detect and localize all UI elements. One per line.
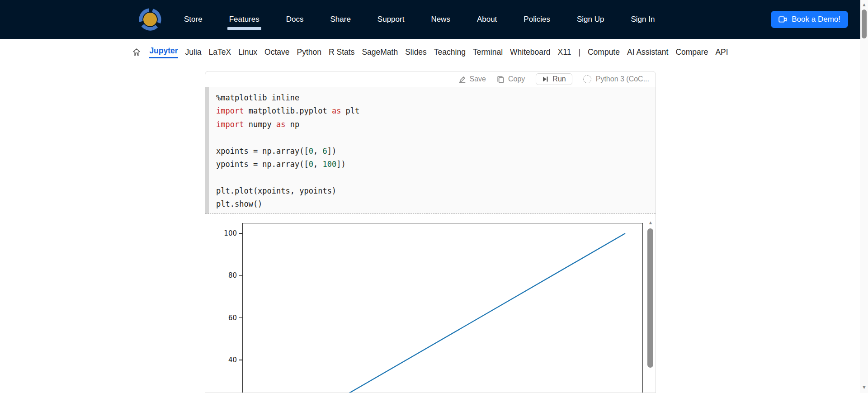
nav-item-policies[interactable]: Policies [524,15,550,24]
nav-item-features[interactable]: Features [229,15,259,24]
scroll-up-icon[interactable]: ▲ [860,2,868,7]
output-scrollbar-thumb[interactable] [647,228,653,368]
nav-item-signup[interactable]: Sign Up [577,15,604,24]
code-editor[interactable]: %matplotlib inlineimport matplotlib.pypl… [205,87,656,214]
page-scrollbar-thumb[interactable] [862,9,867,38]
page-scrollbar[interactable]: ▲ ▼ [860,0,868,393]
tab-python[interactable]: Python [297,47,321,57]
tab-latex[interactable]: LaTeX [209,47,231,57]
tab-terminal[interactable]: Terminal [473,47,503,57]
output-scrollbar[interactable]: ▲ [647,214,654,393]
tab-slides[interactable]: Slides [405,47,427,57]
code-block: %matplotlib inlineimport matplotlib.pypl… [216,91,646,211]
nav-item-store[interactable]: Store [184,15,203,24]
code-line [216,131,646,144]
feature-nav: Jupyter Julia LaTeX Linux Octave Python … [0,39,860,65]
tab-linux[interactable]: Linux [238,47,257,57]
run-label: Run [552,75,566,83]
tab-whiteboard[interactable]: Whiteboard [510,47,551,57]
code-line: ypoints = np.array([0, 100]) [216,158,646,171]
kernel-selector[interactable]: Python 3 (CoC... [583,75,649,83]
tab-ai-assistant[interactable]: AI Assistant [627,47,668,57]
run-button[interactable]: Run [536,73,572,85]
copy-button[interactable]: Copy [497,75,525,83]
code-line: plt.show() [216,198,646,211]
home-icon[interactable] [132,47,141,57]
editor-gutter [205,87,209,213]
code-line [216,171,646,184]
scroll-down-icon[interactable]: ▼ [860,384,868,390]
nav-item-docs[interactable]: Docs [286,15,304,24]
kernel-label: Python 3 (CoC... [596,75,649,83]
tab-teaching[interactable]: Teaching [434,47,466,57]
site-header: Store Features Docs Share Support News A… [0,0,860,39]
tab-r-stats[interactable]: R Stats [329,47,354,57]
book-demo-button[interactable]: Book a Demo! [771,11,848,28]
tab-julia[interactable]: Julia [185,47,202,57]
nav-item-support[interactable]: Support [377,15,405,24]
save-label: Save [470,75,486,83]
code-line: import matplotlib.pyplot as plt [216,104,646,118]
jupyter-kernel-icon [583,75,591,83]
copy-icon [497,76,505,83]
nav-item-share[interactable]: Share [330,15,350,24]
nav-separator: | [578,47,580,57]
code-line: %matplotlib inline [216,91,646,104]
book-demo-label: Book a Demo! [792,15,840,24]
video-camera-icon [778,16,787,23]
main-nav: Store Features Docs Share Support News A… [184,15,655,24]
code-line: plt.plot(xpoints, ypoints) [216,185,646,198]
scroll-up-icon[interactable]: ▲ [647,220,654,225]
tab-jupyter[interactable]: Jupyter [149,46,178,58]
nav-item-news[interactable]: News [431,15,450,24]
tab-api[interactable]: API [715,47,728,57]
step-forward-icon [542,76,548,82]
save-button[interactable]: Save [458,75,486,83]
tab-compute[interactable]: Compute [588,47,620,57]
code-line: xpoints = np.array([0, 6]) [216,145,646,158]
tab-octave[interactable]: Octave [264,47,289,57]
code-line: import numpy as np [216,118,646,131]
cocalc-logo[interactable] [137,6,163,33]
nav-item-about[interactable]: About [477,15,497,24]
copy-label: Copy [508,75,525,83]
plot-line [205,214,656,393]
edit-pencil-icon [458,76,466,83]
tab-x11[interactable]: X11 [558,47,571,57]
jupyter-code-widget: Save Copy Run Python 3 (CoC... %matplotl… [205,71,656,393]
cell-output: 100806040 ▲ [205,214,656,393]
editor-toolbar: Save Copy Run Python 3 (CoC... [205,71,656,87]
nav-item-signin[interactable]: Sign In [631,15,655,24]
tab-sagemath[interactable]: SageMath [362,47,398,57]
tab-compare[interactable]: Compare [675,47,708,57]
